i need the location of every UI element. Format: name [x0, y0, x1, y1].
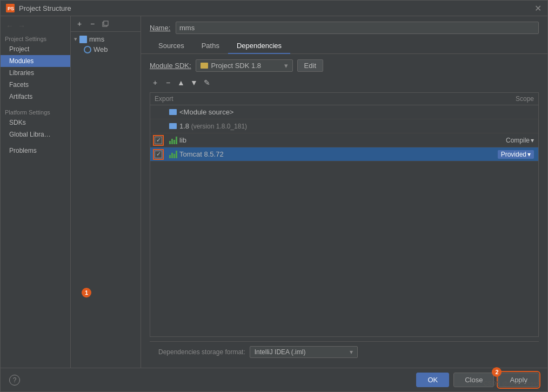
deps-toolbar: + − ▲ ▼ ✎	[150, 77, 539, 88]
tabs-row: Sources Paths Dependencies	[141, 38, 547, 54]
web-icon	[84, 46, 91, 53]
sidebar: ← → Project Settings Project Modules Lib…	[1, 16, 71, 368]
module-panel: + − ▾ mms Web 1	[71, 16, 141, 368]
sdk-label: Module SDK:	[150, 62, 191, 70]
dep-checkbox-tomcat[interactable]	[155, 151, 162, 158]
dep-row-lib[interactable]: lib Compile ▾	[150, 133, 538, 147]
name-label: Name:	[150, 24, 171, 32]
sdk-dropdown-arrow: ▾	[284, 62, 288, 70]
sdk-row: Module SDK: Project SDK 1.8 ▾ Edit	[150, 59, 539, 72]
ok-button[interactable]: OK	[416, 373, 449, 387]
action-bar: ? OK Close Apply 2	[1, 368, 547, 391]
module-tree: ▾ mms Web	[71, 32, 141, 363]
source-folder-icon	[169, 109, 177, 115]
platform-settings-label: Platform Settings	[1, 107, 70, 117]
module-toolbar: + −	[71, 16, 141, 32]
remove-module-button[interactable]: −	[87, 18, 98, 29]
back-button[interactable]: ←	[5, 21, 15, 31]
deps-table: Export Scope <Module source>	[150, 92, 539, 337]
add-module-button[interactable]: +	[74, 18, 85, 29]
dep-icon-lib	[166, 137, 179, 144]
scope-dropdown-arrow-lib: ▾	[531, 137, 534, 144]
storage-row: Dependencies storage format: IntelliJ ID…	[150, 341, 539, 362]
watermark: CSDN @seabirdssss	[484, 380, 539, 387]
storage-dropdown-arrow: ▾	[350, 348, 353, 356]
sidebar-item-facets[interactable]: Facets	[1, 79, 70, 91]
tab-paths[interactable]: Paths	[193, 38, 228, 54]
sidebar-item-problems[interactable]: Problems	[1, 145, 70, 157]
move-down-button[interactable]: ▼	[189, 77, 199, 88]
sidebar-item-sdks[interactable]: SDKs	[1, 117, 70, 129]
sidebar-item-libraries[interactable]: Libraries	[1, 67, 70, 79]
app-icon: PS	[6, 4, 15, 12]
edit-dep-button[interactable]: ✎	[202, 77, 212, 88]
name-input[interactable]	[176, 22, 539, 34]
lib-bar-chart-icon	[169, 137, 177, 144]
dep-icon-module-source	[166, 109, 179, 115]
dep-name-java-version: 1.8 (version 1.8.0_181)	[179, 122, 484, 130]
forward-button[interactable]: →	[17, 21, 26, 31]
close-window-button[interactable]: ✕	[533, 4, 542, 12]
dep-checkbox-area-lib[interactable]	[150, 137, 166, 144]
help-button[interactable]: ?	[9, 375, 20, 386]
dep-name-lib: lib	[179, 136, 484, 144]
tab-sources[interactable]: Sources	[150, 38, 193, 54]
dep-name-module-source: <Module source>	[179, 108, 484, 116]
storage-dropdown[interactable]: IntelliJ IDEA (.iml) ▾	[250, 346, 358, 358]
scope-dropdown-arrow-tomcat: ▾	[527, 151, 531, 158]
badge-1: 1	[82, 288, 91, 298]
sidebar-item-project[interactable]: Project	[1, 43, 70, 55]
content-panel: Name: Sources Paths Dependencies Mo	[141, 16, 547, 368]
col-scope-header: Scope	[484, 95, 538, 103]
edit-button[interactable]: Edit	[297, 59, 323, 72]
project-settings-label: Project Settings	[1, 33, 70, 43]
dep-scope-tomcat[interactable]: Provided ▾	[484, 150, 538, 159]
col-name-header	[183, 95, 484, 103]
dep-icon-tomcat	[166, 151, 179, 158]
dep-name-tomcat: Tomcat 8.5.72	[179, 150, 484, 158]
tomcat-bar-chart-icon	[169, 151, 177, 158]
dep-row-tomcat[interactable]: Tomcat 8.5.72 Provided ▾	[150, 147, 538, 161]
tree-item-web[interactable]: Web	[71, 44, 141, 55]
dep-row-module-source[interactable]: <Module source>	[150, 105, 538, 119]
scope-badge-tomcat[interactable]: Provided ▾	[498, 150, 534, 159]
storage-label: Dependencies storage format:	[158, 348, 245, 356]
scope-badge-lib[interactable]: Compile ▾	[506, 137, 534, 144]
title-bar: PS Project Structure ✕	[1, 1, 547, 16]
deps-table-header: Export Scope	[150, 93, 538, 105]
sidebar-item-artifacts[interactable]: Artifacts	[1, 91, 70, 103]
folder-icon	[79, 36, 87, 43]
window-title: Project Structure	[19, 4, 529, 12]
svg-rect-3	[104, 21, 108, 25]
svg-text:PS: PS	[8, 6, 14, 11]
dep-checkbox-lib[interactable]	[155, 137, 162, 144]
sidebar-item-global-libraries[interactable]: Global Libra…	[1, 129, 70, 140]
dep-checkbox-area-tomcat[interactable]	[150, 151, 166, 158]
tab-dependencies[interactable]: Dependencies	[228, 38, 290, 54]
dep-icon-java-version	[166, 123, 179, 129]
sdk-dropdown[interactable]: Project SDK 1.8 ▾	[196, 59, 293, 72]
col-export-header: Export	[150, 95, 183, 103]
name-row: Name:	[141, 16, 547, 38]
move-up-button[interactable]: ▲	[176, 77, 186, 88]
java-version-icon	[169, 123, 177, 129]
dep-row-java-version[interactable]: 1.8 (version 1.8.0_181)	[150, 119, 538, 133]
folder-mini-icon	[201, 63, 208, 69]
project-structure-dialog: PS Project Structure ✕ ← → Project Setti…	[0, 0, 548, 392]
dependencies-content: Module SDK: Project SDK 1.8 ▾ Edit + − ▲…	[141, 54, 547, 368]
remove-dep-button[interactable]: −	[163, 77, 173, 88]
dep-scope-lib[interactable]: Compile ▾	[484, 136, 538, 144]
main-content: ← → Project Settings Project Modules Lib…	[1, 16, 547, 368]
tree-item-mms[interactable]: ▾ mms	[71, 34, 141, 44]
copy-module-button[interactable]	[100, 18, 111, 29]
sidebar-item-modules[interactable]: Modules	[1, 55, 70, 67]
add-dep-button[interactable]: +	[150, 77, 161, 88]
